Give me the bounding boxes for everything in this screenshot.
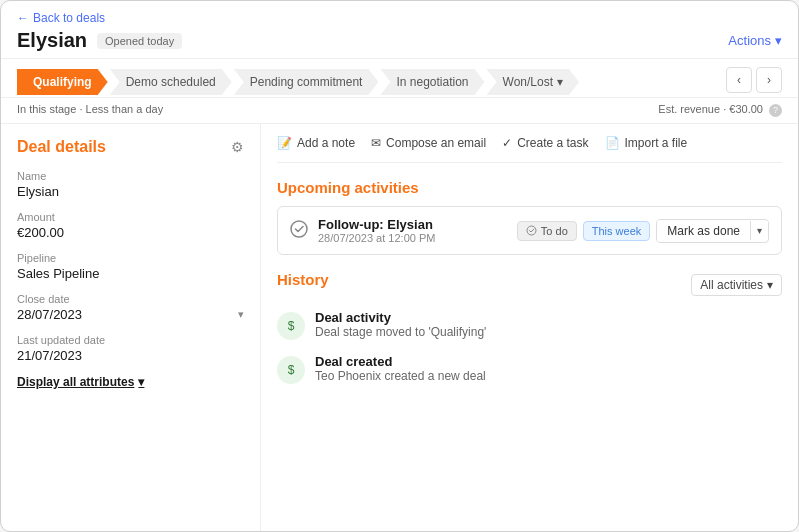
stage-qualifying-label: Qualifying (33, 75, 92, 89)
field-last-updated: Last updated date 21/07/2023 (17, 334, 244, 363)
deal-title: Elysian Opened today (17, 29, 182, 52)
won-chevron-icon: ▾ (557, 75, 563, 89)
import-file-button[interactable]: 📄 Import a file (605, 136, 688, 150)
pipeline-stages: Qualifying Demo scheduled Pending commit… (17, 69, 718, 95)
deal-details-title: Deal details (17, 138, 106, 156)
field-pipeline-label: Pipeline (17, 252, 244, 264)
field-close-date: Close date 28/07/2023 ▾ (17, 293, 244, 322)
activity-check-icon (290, 220, 308, 242)
history-item-0: $ Deal activity Deal stage moved to 'Qua… (277, 310, 782, 340)
mark-done-button-group: Mark as done ▾ (656, 219, 769, 243)
history-item-0-title: Deal activity (315, 310, 486, 325)
chevron-down-icon: ▾ (775, 33, 782, 48)
stage-demo-label: Demo scheduled (126, 75, 216, 89)
stage-won-lost[interactable]: Won/Lost ▾ (487, 69, 579, 95)
history-deal-activity-icon: $ (277, 312, 305, 340)
revenue-info-icon[interactable]: ? (769, 104, 782, 117)
pipeline-prev-button[interactable]: ‹ (726, 67, 752, 93)
stage-info-bar: In this stage · Less than a day Est. rev… (1, 98, 798, 124)
field-pipeline-value: Sales Pipeline (17, 266, 244, 281)
history-item-1: $ Deal created Teo Phoenix created a new… (277, 354, 782, 384)
history-item-1-title: Deal created (315, 354, 486, 369)
add-note-label: Add a note (297, 136, 355, 150)
right-panel: 📝 Add a note ✉ Compose an email ✓ Create… (261, 124, 798, 531)
display-all-label: Display all attributes (17, 375, 134, 389)
activity-name: Follow-up: Elysian (318, 217, 435, 232)
display-all-chevron-icon: ▾ (138, 375, 144, 389)
display-all-attributes[interactable]: Display all attributes ▾ (17, 375, 244, 389)
history-title: History (277, 271, 329, 288)
deal-details-header: Deal details ⚙ (17, 138, 244, 156)
add-note-icon: 📝 (277, 136, 292, 150)
this-week-badge: This week (583, 221, 651, 241)
add-note-button[interactable]: 📝 Add a note (277, 136, 355, 150)
stage-duration-info: In this stage · Less than a day (17, 103, 163, 117)
close-date-row: 28/07/2023 ▾ (17, 307, 244, 322)
history-section: History All activities ▾ $ Deal activity… (277, 271, 782, 384)
close-date-chevron-icon[interactable]: ▾ (238, 308, 244, 321)
stage-pending-commitment[interactable]: Pending commitment (234, 69, 379, 95)
activity-right: To do This week Mark as done ▾ (517, 219, 769, 243)
task-icon: ✓ (502, 136, 512, 150)
field-pipeline: Pipeline Sales Pipeline (17, 252, 244, 281)
back-link-label: Back to deals (33, 11, 105, 25)
in-stage-label: In this stage (17, 103, 76, 115)
field-amount: Amount €200.00 (17, 211, 244, 240)
stage-qualifying[interactable]: Qualifying (17, 69, 108, 95)
stage-in-negotiation[interactable]: In negotiation (380, 69, 484, 95)
pipeline-next-button[interactable]: › (756, 67, 782, 93)
upcoming-title: Upcoming activities (277, 179, 782, 196)
history-item-1-desc: Teo Phoenix created a new deal (315, 369, 486, 383)
activity-info: Follow-up: Elysian 28/07/2023 at 12:00 P… (318, 217, 435, 244)
est-revenue-value: €30.00 (729, 103, 763, 115)
actions-button[interactable]: Actions ▾ (728, 33, 782, 48)
stage-negotiation-label: In negotiation (396, 75, 468, 89)
svg-point-0 (291, 221, 307, 237)
activity-date: 28/07/2023 at 12:00 PM (318, 232, 435, 244)
create-task-button[interactable]: ✓ Create a task (502, 136, 588, 150)
chevron-left-icon: ‹ (737, 73, 741, 87)
todo-badge: To do (517, 221, 577, 241)
history-filter-dropdown[interactable]: All activities ▾ (691, 274, 782, 296)
stage-demo-scheduled[interactable]: Demo scheduled (110, 69, 232, 95)
back-arrow-icon: ← (17, 11, 29, 25)
pipeline-nav: ‹ › (726, 67, 782, 97)
stage-duration-value: Less than a day (86, 103, 164, 115)
field-close-date-label: Close date (17, 293, 244, 305)
compose-email-label: Compose an email (386, 136, 486, 150)
stage-pending-label: Pending commitment (250, 75, 363, 89)
create-task-label: Create a task (517, 136, 588, 150)
sidebar: Deal details ⚙ Name Elysian Amount €200.… (1, 124, 261, 531)
svg-point-1 (527, 226, 536, 235)
history-deal-created-icon: $ (277, 356, 305, 384)
gear-icon[interactable]: ⚙ (231, 139, 244, 155)
field-amount-value: €200.00 (17, 225, 244, 240)
history-filter-label: All activities (700, 278, 763, 292)
todo-label: To do (541, 225, 568, 237)
app-container: ← Back to deals Elysian Opened today Act… (0, 0, 799, 532)
deal-name: Elysian (17, 29, 87, 52)
est-revenue-info: Est. revenue · €30.00 ? (658, 103, 782, 117)
main-content: Deal details ⚙ Name Elysian Amount €200.… (1, 124, 798, 531)
field-name: Name Elysian (17, 170, 244, 199)
history-header: History All activities ▾ (277, 271, 782, 298)
header: ← Back to deals Elysian Opened today Act… (1, 1, 798, 59)
header-row: Elysian Opened today Actions ▾ (17, 29, 782, 52)
activity-left: Follow-up: Elysian 28/07/2023 at 12:00 P… (290, 217, 435, 244)
history-item-0-desc: Deal stage moved to 'Qualifying' (315, 325, 486, 339)
pipeline-bar: Qualifying Demo scheduled Pending commit… (1, 59, 798, 98)
mark-done-chevron-icon[interactable]: ▾ (750, 221, 768, 240)
back-link[interactable]: ← Back to deals (17, 11, 782, 25)
field-updated-label: Last updated date (17, 334, 244, 346)
history-item-0-content: Deal activity Deal stage moved to 'Quali… (315, 310, 486, 340)
actions-label: Actions (728, 33, 771, 48)
filter-chevron-icon: ▾ (767, 278, 773, 292)
mark-done-main-button[interactable]: Mark as done (657, 220, 750, 242)
activity-card: Follow-up: Elysian 28/07/2023 at 12:00 P… (277, 206, 782, 255)
compose-email-button[interactable]: ✉ Compose an email (371, 136, 486, 150)
file-icon: 📄 (605, 136, 620, 150)
field-amount-label: Amount (17, 211, 244, 223)
field-updated-value: 21/07/2023 (17, 348, 244, 363)
history-item-1-content: Deal created Teo Phoenix created a new d… (315, 354, 486, 384)
field-name-label: Name (17, 170, 244, 182)
